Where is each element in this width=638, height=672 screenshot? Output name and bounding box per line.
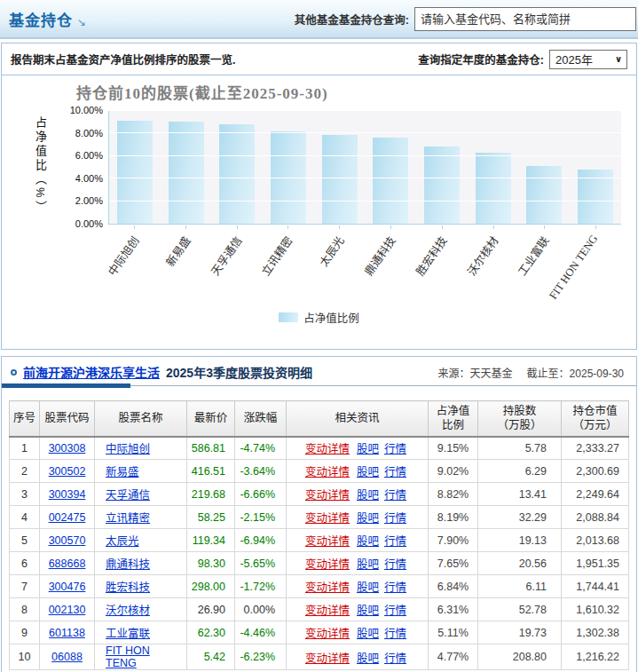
table-row: 4002475立讯精密58.25-2.15%变动详情股吧行情8.19%32.29…	[10, 506, 629, 529]
stock-code-link[interactable]: 688668	[49, 557, 86, 570]
holding-bar[interactable]	[322, 135, 358, 224]
bars-container	[109, 111, 621, 224]
quote-link[interactable]: 行情	[384, 489, 406, 502]
stock-code-link[interactable]: 300394	[49, 488, 86, 501]
year-select[interactable]: 2025年 ∨	[549, 50, 627, 69]
x-tick	[595, 225, 596, 229]
report-description: 报告期末占基金资产净值比例排序的股票一览.	[11, 51, 235, 67]
quote-link[interactable]: 行情	[384, 652, 406, 665]
shares-held: 13.41	[478, 483, 562, 506]
latest-price: 26.90	[187, 598, 235, 621]
holding-bar[interactable]	[373, 138, 408, 224]
quote-link[interactable]: 行情	[384, 535, 406, 548]
quote-link[interactable]: 行情	[384, 443, 406, 455]
guba-link[interactable]: 股吧	[357, 558, 379, 571]
stock-name-link[interactable]: 新易盛	[106, 466, 139, 478]
change-detail-link[interactable]: 变动详情	[305, 581, 350, 594]
row-number: 4	[10, 506, 40, 529]
column-header: 股票代码	[40, 401, 95, 437]
change-percent: -1.72%	[235, 575, 287, 598]
holding-bar[interactable]	[424, 146, 460, 224]
holding-bar[interactable]	[526, 166, 562, 224]
guba-link[interactable]: 股吧	[357, 581, 379, 594]
x-tick	[134, 225, 135, 229]
position-value: 2,249.64	[562, 483, 629, 506]
stock-name-link[interactable]: 工业富联	[106, 628, 150, 640]
stock-name-link[interactable]: 沃尔核材	[106, 605, 150, 617]
stock-name-link[interactable]: 立讯精密	[106, 512, 150, 525]
holding-bar[interactable]	[117, 121, 153, 224]
shares-held: 19.13	[478, 529, 562, 552]
net-value-ratio: 7.90%	[429, 529, 478, 552]
related-info-cell: 变动详情股吧行情	[287, 529, 429, 552]
fund-name-link[interactable]: 前海开源沪港深乐享生活	[23, 363, 160, 381]
holding-bar[interactable]	[169, 122, 204, 224]
fund-search-input[interactable]	[414, 7, 636, 31]
y-tick-label: 8.00%	[60, 128, 103, 138]
row-number: 5	[10, 529, 40, 552]
related-info-cell: 变动详情股吧行情	[287, 437, 429, 460]
stock-code-cell: 300394	[40, 483, 95, 506]
guba-link[interactable]: 股吧	[357, 512, 379, 525]
stock-code-link[interactable]: 300476	[49, 581, 86, 593]
change-detail-link[interactable]: 变动详情	[305, 628, 350, 640]
stock-name-link[interactable]: FIT HON TENG	[106, 644, 150, 669]
guba-link[interactable]: 股吧	[357, 466, 379, 478]
change-detail-link[interactable]: 变动详情	[305, 535, 350, 548]
position-value: 1,610.32	[562, 598, 629, 621]
stock-name-link[interactable]: 胜宏科技	[106, 581, 150, 594]
y-tick-label: 0.00%	[60, 218, 103, 229]
table-row: 1300308中际旭创586.81-4.74%变动详情股吧行情9.15%5.78…	[10, 437, 629, 460]
related-info-cell: 变动详情股吧行情	[287, 483, 429, 506]
related-info-cell: 变动详情股吧行情	[287, 598, 429, 621]
stock-name-link[interactable]: 中际旭创	[106, 443, 150, 455]
change-detail-link[interactable]: 变动详情	[305, 512, 350, 525]
change-detail-link[interactable]: 变动详情	[305, 489, 350, 502]
expand-arrow-icon[interactable]: ↘	[77, 16, 86, 30]
stock-code-link[interactable]: 002130	[49, 604, 86, 616]
guba-link[interactable]: 股吧	[357, 535, 379, 548]
shares-held: 20.56	[478, 552, 562, 575]
guba-link[interactable]: 股吧	[357, 605, 379, 617]
change-percent: -4.74%	[235, 437, 287, 460]
holding-bar[interactable]	[219, 124, 255, 224]
quote-link[interactable]: 行情	[384, 628, 406, 640]
change-percent: -6.23%	[235, 644, 287, 670]
table-row: 6688668鼎通科技98.30-5.65%变动详情股吧行情7.65%20.56…	[10, 552, 629, 575]
row-number: 6	[10, 552, 40, 575]
stock-code-cell: 300502	[40, 460, 95, 483]
quote-link[interactable]: 行情	[384, 581, 406, 594]
quote-link[interactable]: 行情	[384, 512, 406, 525]
stock-code-link[interactable]: 002475	[49, 511, 86, 524]
stock-name-link[interactable]: 太辰光	[106, 535, 139, 548]
guba-link[interactable]: 股吧	[357, 443, 379, 455]
change-detail-link[interactable]: 变动详情	[305, 443, 350, 455]
year-filter-label: 查询指定年度的基金持仓:	[418, 51, 544, 67]
guba-link[interactable]: 股吧	[357, 652, 379, 665]
holding-bar[interactable]	[476, 153, 511, 224]
change-detail-link[interactable]: 变动详情	[305, 605, 350, 617]
stock-name-link[interactable]: 鼎通科技	[106, 558, 150, 571]
stock-name-link[interactable]: 天孚通信	[106, 489, 150, 502]
guba-link[interactable]: 股吧	[357, 628, 379, 640]
top10-holdings-chart: 持仓前10的股票(截止至2025-09-30) 占净值比（%） 占净值比例 0.…	[2, 75, 636, 349]
change-percent: -5.65%	[235, 552, 287, 575]
change-detail-link[interactable]: 变动详情	[305, 652, 350, 665]
guba-link[interactable]: 股吧	[357, 489, 379, 502]
quote-link[interactable]: 行情	[384, 558, 406, 571]
quote-link[interactable]: 行情	[384, 466, 406, 478]
holdings-table: 序号股票代码股票名称最新价涨跌幅相关资讯占净值 比例持股数 （万股）持仓市值 （…	[9, 400, 629, 670]
related-info-cell: 变动详情股吧行情	[287, 460, 429, 483]
quote-link[interactable]: 行情	[384, 605, 406, 617]
row-number: 8	[10, 598, 40, 621]
stock-code-cell: 300308	[40, 437, 95, 460]
change-detail-link[interactable]: 变动详情	[305, 558, 350, 571]
change-detail-link[interactable]: 变动详情	[305, 466, 350, 478]
stock-code-link[interactable]: 300570	[49, 534, 86, 547]
stock-code-link[interactable]: 300308	[49, 442, 86, 455]
change-percent: -3.64%	[235, 460, 287, 483]
stock-code-link[interactable]: 300502	[49, 465, 86, 478]
stock-code-link[interactable]: 601138	[49, 627, 85, 639]
holdings-chart-panel: 报告期末占基金资产净值比例排序的股票一览. 查询指定年度的基金持仓: 2025年…	[1, 43, 637, 350]
stock-code-link[interactable]: 06088	[51, 651, 83, 663]
